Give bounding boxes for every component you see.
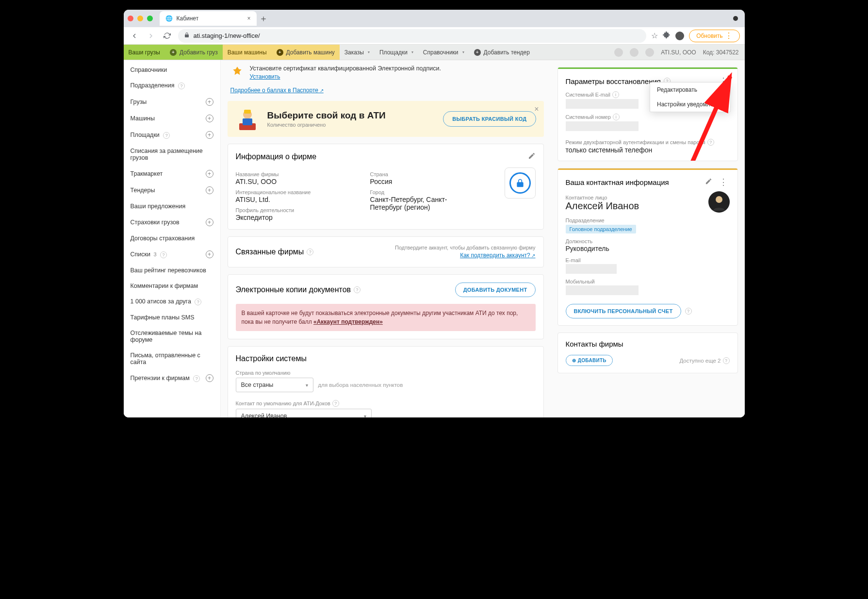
confirm-account-link[interactable]: Как подтвердить аккаунт? — [460, 252, 535, 259]
plus-icon[interactable]: + — [206, 374, 213, 382]
sidebar-item[interactable]: Грузы+ — [124, 94, 220, 110]
sidebar-item[interactable]: Подразделения ? — [124, 78, 220, 94]
sidebar-item[interactable]: Ваши предложения — [124, 199, 220, 214]
window-close-dot[interactable] — [128, 16, 133, 21]
sidebar-item[interactable]: 1 000 атисов за друга ? — [124, 294, 220, 310]
help-icon[interactable]: ? — [707, 139, 714, 146]
sidebar-item[interactable]: Тендеры+ — [124, 182, 220, 199]
help-icon[interactable]: ? — [685, 308, 692, 315]
personal-account-button[interactable]: ВКЛЮЧИТЬ ПЕРСОНАЛЬНЫЙ СЧЕТ — [566, 304, 681, 318]
close-icon[interactable]: × — [247, 15, 250, 22]
update-button[interactable]: Обновить ⋮ — [689, 30, 739, 42]
sidebar-item[interactable]: Претензии к фирмам ?+ — [124, 370, 220, 386]
new-tab-button[interactable]: ＋ — [257, 12, 270, 25]
chat-icon[interactable] — [630, 48, 639, 57]
support-icon[interactable] — [614, 48, 623, 57]
chrome-menu-icon[interactable]: ⋮ — [725, 31, 733, 40]
sidebar-item[interactable]: Договоры страхования — [124, 231, 220, 246]
sidebar-item[interactable]: Списания за размещение грузов — [124, 143, 220, 166]
sidebar-item[interactable]: Справочники — [124, 62, 220, 78]
plus-icon[interactable]: + — [206, 218, 213, 226]
department-tag[interactable]: Головное подразделение — [566, 225, 636, 233]
plus-icon[interactable]: + — [206, 115, 213, 122]
promo-illustration — [235, 107, 260, 131]
chrome-tabstrip: 🌐 Кабинет × ＋ — [124, 10, 745, 27]
sidebar-item[interactable]: Комментарии к фирмам — [124, 278, 220, 294]
sidebar-item[interactable]: Тракмаркет+ — [124, 166, 220, 182]
sidebar-item[interactable]: Машины+ — [124, 110, 220, 127]
plus-icon[interactable]: + — [206, 186, 213, 194]
sidebar-item[interactable]: Тарифные планы SMS — [124, 310, 220, 325]
plus-icon: + — [277, 49, 283, 56]
topnav-company: ATI.SU, ООО — [661, 49, 696, 56]
help-icon[interactable]: ? — [332, 400, 339, 407]
refresh-label: Обновить — [696, 33, 722, 39]
twofa-mode: только системный телефон — [566, 146, 730, 154]
chevron-down-icon: ▾ — [306, 383, 308, 388]
browser-tab[interactable]: 🌐 Кабинет × — [160, 11, 257, 26]
plus-icon[interactable]: + — [206, 98, 213, 106]
sidebar-item[interactable]: Отслеживаемые темы на форуме — [124, 325, 220, 348]
dropdown-notifications[interactable]: Настройки уведомлений — [650, 97, 730, 112]
edit-icon[interactable] — [705, 178, 712, 187]
cert-install-link[interactable]: Установить — [250, 73, 280, 80]
forward-button[interactable] — [145, 30, 157, 42]
firm-intname: ATISU, Ltd. — [236, 196, 356, 203]
add-document-button[interactable]: ДОБАВИТЬ ДОКУМЕНТ — [455, 283, 536, 297]
nav-directories[interactable]: Справочники▾ — [418, 45, 469, 60]
recovery-dropdown: Редактировать Настройки уведомлений — [650, 82, 730, 112]
help-icon[interactable]: ? — [193, 375, 200, 382]
help-icon[interactable]: ? — [723, 357, 730, 364]
nav-cargo[interactable]: Ваши грузы — [124, 45, 165, 60]
url-bar[interactable]: ati.staging-1/new-office/ — [178, 29, 647, 43]
plus-icon[interactable]: + — [206, 170, 213, 178]
nav-add-truck[interactable]: +Добавить машину — [272, 45, 340, 60]
plus-icon: ⊕ — [572, 358, 576, 363]
help-icon[interactable]: ? — [354, 286, 360, 293]
sidebar-item[interactable]: Списки 3 ?+ — [124, 246, 220, 263]
help-icon[interactable]: ? — [163, 132, 170, 139]
help-icon[interactable]: ? — [178, 83, 185, 89]
edit-icon[interactable] — [528, 152, 536, 162]
nav-add-tender[interactable]: +Добавить тендер — [469, 45, 535, 60]
plus-icon[interactable]: + — [206, 250, 213, 258]
close-icon[interactable]: × — [534, 105, 539, 114]
promo-button[interactable]: ВЫБРАТЬ КРАСИВЫЙ КОД — [443, 111, 536, 127]
megaphone-icon[interactable] — [645, 48, 654, 57]
help-icon[interactable]: ? — [160, 251, 167, 258]
info-icon[interactable]: i — [613, 114, 620, 120]
sidebar-item[interactable]: Страховки грузов+ — [124, 214, 220, 231]
window-minimize-dot[interactable] — [137, 16, 143, 21]
nav-platforms[interactable]: Площадки▾ — [375, 45, 418, 60]
extensions-icon[interactable] — [663, 31, 671, 41]
back-button[interactable] — [129, 30, 140, 42]
dropdown-edit[interactable]: Редактировать — [650, 83, 730, 97]
sidebar-item[interactable]: Письма, отправленные с сайта — [124, 348, 220, 370]
default-contact-select[interactable]: Алексей Иванов▾ — [236, 409, 372, 417]
info-icon[interactable]: i — [612, 91, 619, 98]
contact-card: Ваша контактная информация ⋮ Контактное … — [557, 168, 738, 326]
window-maximize-dot[interactable] — [147, 16, 153, 21]
add-contact-button[interactable]: ⊕ ДОБАВИТЬ — [566, 355, 613, 366]
sidebar-item[interactable]: Площадки ?+ — [124, 127, 220, 143]
sidebar-item[interactable]: Ваш рейтинг перевозчиков — [124, 263, 220, 278]
default-country-select[interactable]: Все страны▾ — [236, 378, 313, 392]
help-icon[interactable]: ? — [307, 249, 313, 255]
reload-button[interactable] — [162, 30, 173, 42]
url-text: ati.staging-1/new-office/ — [194, 32, 260, 39]
star-icon[interactable]: ☆ — [651, 31, 658, 40]
documents-card: Электронные копии документов? ДОБАВИТЬ Д… — [228, 274, 544, 339]
help-icon[interactable]: ? — [195, 299, 201, 305]
account-confirmed-link[interactable]: «Аккаунт подтвержден» — [313, 318, 383, 325]
card-title: Информация о фирме — [236, 152, 317, 161]
globe-icon: 🌐 — [165, 15, 173, 22]
kebab-menu-icon[interactable]: ⋮ — [717, 177, 730, 187]
nav-orders[interactable]: Заказы▾ — [340, 45, 375, 60]
cert-more-link[interactable]: Подробнее о баллах в Паспорте — [230, 87, 324, 94]
nav-trucks[interactable]: Ваши машины — [223, 45, 272, 60]
plus-icon[interactable]: + — [206, 131, 213, 139]
svg-rect-2 — [244, 110, 251, 114]
nav-add-cargo[interactable]: +Добавить груз — [165, 45, 223, 60]
profile-avatar-icon[interactable] — [675, 32, 684, 40]
contact-person: Алексей Иванов — [566, 200, 639, 212]
